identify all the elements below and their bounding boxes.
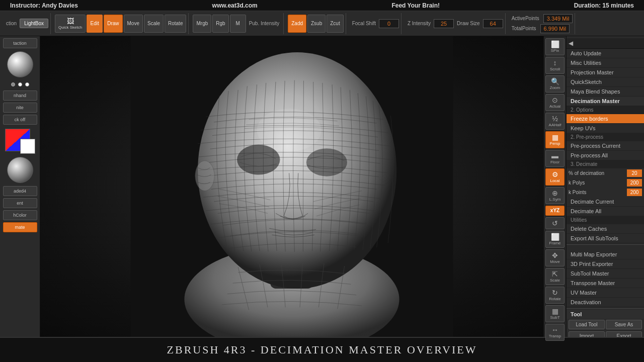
scale-button[interactable]: Scale — [144, 15, 164, 33]
dot-1[interactable] — [11, 82, 15, 86]
pub-intensity-label: Pub. Intensity — [247, 21, 282, 26]
floor-button[interactable]: ▬ Floor — [545, 150, 565, 167]
rotate-button[interactable]: Rotate — [165, 15, 186, 33]
pre-process-current-item[interactable]: Pre-process Current — [567, 141, 644, 151]
aahalf-button[interactable]: ½ AAHalf — [545, 113, 565, 130]
scale-tool-button[interactable]: ⇱ Scale — [545, 268, 565, 285]
head-wireframe-svg — [40, 36, 543, 337]
move-tool-button[interactable]: ✥ Move — [545, 249, 565, 266]
multi-map-exporter-item[interactable]: Multi Map Exporter — [567, 250, 644, 259]
auto-update-item[interactable]: Auto Update — [567, 49, 644, 58]
persp-button[interactable]: ▦ Persp — [545, 131, 565, 148]
dot-3[interactable] — [25, 82, 29, 86]
deactivation-item[interactable]: Deactivation — [567, 298, 644, 307]
draw-size-value[interactable]: 64 — [483, 19, 503, 28]
save-as-button[interactable]: Save As — [606, 320, 642, 329]
scroll-button[interactable]: ↕ Scroll — [545, 57, 565, 74]
left-item-hcolor[interactable]: hColor — [3, 210, 37, 220]
color-swatch-area[interactable] — [5, 129, 35, 154]
zadd-button[interactable]: Zadd — [288, 15, 306, 33]
active-points-label: ActivePoints — [510, 16, 541, 21]
zoom-icon: 🔍 — [551, 78, 559, 85]
actual-button[interactable]: ⊙ Actual — [545, 94, 565, 111]
points-section: ActivePoints 3.349 Mil TotalPoints 6.990… — [508, 13, 576, 34]
export-all-subtools-item[interactable]: Export All SubTools — [567, 234, 644, 243]
draw-button[interactable]: Draw — [104, 15, 122, 33]
3d-print-exporter-item[interactable]: 3D Print Exporter — [567, 259, 644, 269]
left-item-aded4[interactable]: aded4 — [3, 186, 37, 196]
rgb-button[interactable]: Rgb — [212, 15, 228, 33]
left-item-nite[interactable]: nite — [3, 103, 37, 113]
spix-button[interactable]: ⬜ SPix — [545, 38, 565, 55]
focal-section: Focal Shift 0 — [348, 13, 401, 34]
export-button[interactable]: Export — [606, 331, 642, 337]
zsub-button[interactable]: Zsub — [307, 15, 326, 33]
material-thumbnail[interactable] — [7, 157, 33, 183]
k-points-value[interactable]: 200 — [627, 189, 642, 196]
left-item-ckoff[interactable]: ck off — [3, 115, 37, 125]
top-bar: Instructor: Andy Davies www.eat3d.com Fe… — [0, 0, 644, 11]
zoom-button[interactable]: 🔍 Zoom — [545, 75, 565, 93]
spix-label: SPix — [551, 48, 559, 53]
import-button[interactable]: Import — [569, 331, 605, 337]
move-button[interactable]: Move — [124, 15, 143, 33]
total-points-label: TotalPoints — [510, 26, 538, 31]
edit-button[interactable]: Edit — [87, 15, 103, 33]
draw-size-label: Draw Size — [455, 21, 482, 26]
subtool-master-item[interactable]: SubTool Master — [567, 269, 644, 279]
move-tool-label: Move — [550, 259, 560, 264]
utilities-section: Utilities — [567, 216, 644, 224]
foreground-color-swatch[interactable] — [20, 139, 35, 154]
actual-label: Actual — [549, 104, 560, 109]
m-button[interactable]: M — [230, 15, 246, 33]
quicksketch-item[interactable]: QuickSketch — [567, 77, 644, 87]
uv-master-item[interactable]: UV Master — [567, 288, 644, 298]
canvas-area[interactable] — [40, 36, 543, 337]
freeze-borders-item[interactable]: Freeze borders — [567, 114, 644, 124]
maya-blend-shapes-item[interactable]: Maya Blend Shapes — [567, 87, 644, 97]
decimation-master-header[interactable]: Decimation Master — [567, 97, 644, 106]
focal-shift-value[interactable]: 0 — [379, 19, 399, 28]
left-item-mate[interactable]: mate — [3, 222, 37, 232]
lightbox-button[interactable]: LightBox — [20, 19, 48, 28]
pre-process-section: 2. Pre-process — [567, 133, 644, 141]
delete-caches-item[interactable]: Delete Caches — [567, 224, 644, 234]
quick-sketch-icon[interactable]: 🖼 Quick Sketch — [55, 15, 86, 33]
local-button[interactable]: ⚙ Local — [545, 168, 565, 186]
keep-uvs-item[interactable]: Keep UVs — [567, 124, 644, 133]
rotate-reset-button[interactable]: ↺ — [545, 217, 565, 229]
left-item-taction[interactable]: taction — [3, 38, 37, 48]
dot-2[interactable] — [18, 82, 22, 86]
left-item-nhand[interactable]: nhand — [3, 90, 37, 101]
panel-collapse-arrow[interactable]: ◀ — [569, 40, 573, 47]
decimate-all-item[interactable]: Decimate All — [567, 207, 644, 216]
z-intensity-label: Z Intensity — [406, 21, 433, 26]
left-item-ent[interactable]: ent — [3, 198, 37, 208]
zcut-button[interactable]: Zcut — [327, 15, 343, 33]
right-sidebar: ◀ Auto Update Misc Utilities Projection … — [566, 36, 644, 337]
brush-thumbnail[interactable] — [7, 51, 33, 77]
aahalf-icon: ½ — [552, 115, 558, 122]
mrgb-button[interactable]: Mrgb — [193, 15, 211, 33]
rotate-tool-button[interactable]: ↻ Rotate — [545, 287, 565, 304]
transpose-master-item[interactable]: Transpose Master — [567, 279, 644, 288]
k-polys-value[interactable]: 200 — [627, 179, 642, 187]
actual-icon: ⊙ — [552, 97, 558, 104]
right-tools-strip: ⬜ SPix ↕ Scroll 🔍 Zoom ⊙ Actual ½ AAHalf… — [543, 36, 566, 337]
transp-button[interactable]: ↔ Transp — [545, 324, 565, 341]
frame-button[interactable]: ⬜ Frame — [545, 231, 565, 248]
website-label: www.eat3d.com — [212, 2, 258, 9]
lsym-button[interactable]: ⊕ L.Sym — [545, 187, 565, 204]
pct-decimation-value[interactable]: 20 — [627, 169, 642, 177]
subtool-button[interactable]: ▦ SubT — [545, 305, 565, 322]
z-intensity-value[interactable]: 25 — [434, 19, 454, 28]
svg-point-4 — [237, 145, 280, 175]
pre-process-all-item[interactable]: Pre-process All — [567, 151, 644, 160]
load-tool-button[interactable]: Load Tool — [569, 320, 605, 329]
misc-utilities-item[interactable]: Misc Utilities — [567, 58, 644, 68]
projection-master-item[interactable]: Projection Master — [567, 68, 644, 77]
decimate-current-item[interactable]: Decimate Current — [567, 197, 644, 207]
rotate-icon: ↺ — [552, 220, 558, 227]
instructor-label: Instructor: Andy Davies — [10, 2, 78, 9]
xyz-button[interactable]: xYZ — [545, 206, 565, 216]
